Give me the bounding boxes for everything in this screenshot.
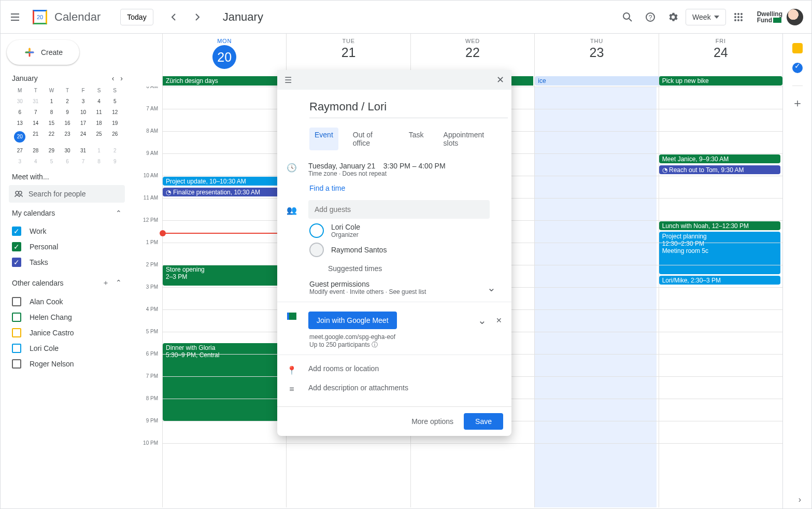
other-calendars-label[interactable]: Other calendars: [12, 279, 64, 287]
mini-day[interactable]: 18: [91, 120, 107, 126]
add-guests-input[interactable]: [308, 200, 490, 219]
event[interactable]: Meet Janice, 9–9:30 AM: [659, 154, 780, 163]
mini-day[interactable]: 2: [107, 148, 123, 153]
other-cal-collapse-icon[interactable]: ⌃: [116, 278, 122, 288]
mini-day[interactable]: 3: [12, 159, 28, 164]
drag-handle-icon[interactable]: ☰: [284, 75, 292, 85]
prev-week-button[interactable]: [164, 7, 184, 27]
mini-day[interactable]: 9: [60, 109, 76, 115]
join-meet-button[interactable]: Join with Google Meet: [308, 312, 397, 329]
event-title-input[interactable]: [309, 98, 508, 118]
mini-day[interactable]: 3: [75, 98, 91, 104]
mini-day[interactable]: 31: [28, 98, 44, 104]
day-header[interactable]: MON20: [162, 34, 286, 76]
mini-day[interactable]: 6: [60, 159, 76, 164]
mini-day[interactable]: 15: [44, 120, 60, 126]
mini-day[interactable]: 5: [107, 98, 123, 104]
mini-day[interactable]: 8: [91, 159, 107, 164]
keep-icon[interactable]: [792, 43, 803, 53]
main-menu-button[interactable]: [5, 7, 25, 27]
add-description-input[interactable]: Add description or attachments: [308, 384, 502, 392]
day-col-fri[interactable]: Meet Janice, 9–9:30 AM ◔ Reach out to To…: [659, 87, 782, 507]
tasks-icon[interactable]: ✓: [792, 63, 803, 73]
create-button[interactable]: Create: [7, 40, 79, 65]
add-location-input[interactable]: Add rooms or location: [308, 364, 502, 373]
add-other-cal-icon[interactable]: ＋: [102, 278, 109, 288]
mini-day[interactable]: 30: [60, 148, 76, 153]
mini-day[interactable]: 29: [44, 148, 60, 153]
day-col-mon[interactable]: Project update, 10–10:30 AM ◔Finalize pr…: [162, 87, 286, 507]
more-options-button[interactable]: More options: [406, 413, 459, 430]
mini-day[interactable]: 7: [28, 109, 44, 115]
event[interactable]: Lunch with Noah, 12–12:30 PM: [659, 221, 780, 230]
collapse-sidepanel-icon[interactable]: ›: [799, 495, 801, 504]
event-datetime[interactable]: Tuesday, January 21 3:30 PM – 4:00 PM: [308, 162, 502, 170]
view-selector[interactable]: Week: [686, 9, 726, 25]
calendar-item[interactable]: Alan Cook: [12, 294, 122, 309]
event-task[interactable]: ◔ Reach out to Tom, 9:30 AM: [659, 165, 780, 174]
mini-day[interactable]: 30: [12, 98, 28, 104]
day-header[interactable]: FRI24: [659, 34, 782, 76]
mini-day[interactable]: 16: [60, 120, 76, 126]
tab-task[interactable]: Task: [404, 128, 429, 150]
mini-day[interactable]: 20: [12, 131, 28, 143]
calendar-item[interactable]: Lori Cole: [12, 341, 122, 356]
calendar-item[interactable]: Work: [12, 223, 122, 239]
mini-day[interactable]: 12: [107, 109, 123, 115]
mini-day[interactable]: 2: [60, 98, 76, 104]
account-avatar[interactable]: [787, 9, 803, 25]
close-icon[interactable]: ✕: [496, 74, 504, 86]
mini-day[interactable]: 5: [44, 159, 60, 164]
event[interactable]: Lori/Mike, 2:30–3 PM: [659, 276, 780, 285]
calendar-item[interactable]: Personal: [12, 239, 122, 254]
calendar-item[interactable]: Roger Nelson: [12, 356, 122, 372]
add-addon-icon[interactable]: ＋: [792, 95, 803, 111]
calendar-item[interactable]: Tasks: [12, 254, 122, 270]
my-cal-collapse-icon[interactable]: ⌃: [116, 209, 122, 217]
day-header[interactable]: THU23: [534, 34, 658, 76]
settings-icon[interactable]: [663, 7, 683, 27]
tab-event[interactable]: Event: [309, 128, 338, 150]
mini-day[interactable]: 26: [107, 131, 123, 143]
meet-options-icon[interactable]: ⌄: [478, 314, 487, 327]
mini-day[interactable]: 1: [91, 148, 107, 153]
mini-day[interactable]: 8: [44, 109, 60, 115]
mini-day[interactable]: 13: [12, 120, 28, 126]
mini-day[interactable]: 21: [28, 131, 44, 143]
calendar-item[interactable]: Helen Chang: [12, 309, 122, 325]
apps-icon[interactable]: [728, 7, 749, 27]
help-icon[interactable]: ?: [640, 7, 661, 27]
mini-day[interactable]: 14: [28, 120, 44, 126]
next-week-button[interactable]: [187, 7, 207, 27]
mini-prev-icon[interactable]: ‹: [112, 74, 115, 82]
mini-day[interactable]: 28: [28, 148, 44, 153]
permissions-expand-icon[interactable]: ⌄: [487, 281, 496, 294]
event[interactable]: Dinner with Gloria5:30–9 PM, Central: [163, 343, 284, 421]
my-calendars-label[interactable]: My calendars: [12, 209, 55, 217]
event-task[interactable]: ◔Finalize presentation, 10:30 AM: [163, 188, 284, 196]
mini-day[interactable]: 7: [75, 159, 91, 164]
tab-appointment-slots[interactable]: Appointment slots: [438, 128, 502, 150]
remove-meet-icon[interactable]: ✕: [496, 316, 502, 324]
event[interactable]: Project update, 10–10:30 AM: [163, 177, 284, 186]
suggested-times-link[interactable]: Suggested times: [328, 257, 502, 275]
mini-day[interactable]: 17: [75, 120, 91, 126]
save-button[interactable]: Save: [464, 413, 503, 430]
event[interactable]: Project planning12:30–2:30 PMMeeting roo…: [659, 232, 780, 274]
find-a-time-link[interactable]: Find a time: [309, 184, 345, 192]
search-icon[interactable]: [617, 7, 638, 27]
calendar-item[interactable]: Janice Castro: [12, 325, 122, 341]
mini-day[interactable]: 24: [75, 131, 91, 143]
mini-day[interactable]: 23: [60, 131, 76, 143]
mini-day[interactable]: 31: [75, 148, 91, 153]
search-people-input[interactable]: Search for people: [9, 185, 125, 203]
meet-info-icon[interactable]: ⓘ: [372, 341, 378, 348]
tab-out-of-office[interactable]: Out of office: [348, 128, 394, 150]
event[interactable]: Store opening2–3 PM: [163, 265, 284, 286]
mini-day[interactable]: 4: [91, 98, 107, 104]
today-button[interactable]: Today: [120, 9, 153, 25]
mini-day[interactable]: 25: [91, 131, 107, 143]
mini-day[interactable]: 6: [12, 109, 28, 115]
mini-day[interactable]: 4: [28, 159, 44, 164]
mini-day[interactable]: 9: [107, 159, 123, 164]
